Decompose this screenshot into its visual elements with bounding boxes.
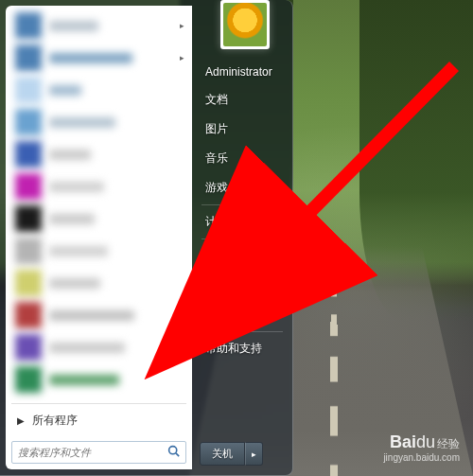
right-item-7[interactable]: 默认程序 bbox=[196, 300, 289, 329]
program-icon bbox=[15, 44, 42, 71]
program-icon bbox=[15, 77, 42, 103]
watermark-logo: Baidu经验 bbox=[383, 432, 460, 452]
program-icon bbox=[15, 12, 42, 39]
shutdown-options-button[interactable]: ▸ bbox=[245, 442, 263, 466]
program-label bbox=[49, 182, 104, 192]
program-label bbox=[49, 375, 119, 385]
start-menu-left-pane: ▸▸ ▶ 所有程序 bbox=[6, 6, 192, 469]
right-item-label: 文档 bbox=[205, 93, 228, 106]
program-item[interactable] bbox=[6, 138, 192, 170]
program-label bbox=[49, 117, 115, 128]
program-list: ▸▸ bbox=[6, 6, 192, 401]
search-input[interactable] bbox=[18, 447, 167, 458]
program-label bbox=[49, 214, 95, 224]
right-item-label: 图片 bbox=[205, 122, 228, 135]
program-label bbox=[49, 246, 108, 256]
program-label bbox=[49, 85, 81, 96]
program-label bbox=[49, 21, 98, 31]
program-label bbox=[49, 343, 125, 353]
arrow-right-icon: ▶ bbox=[17, 415, 25, 426]
right-item-2[interactable]: 音乐 bbox=[196, 144, 289, 173]
program-icon bbox=[15, 238, 42, 264]
program-item[interactable]: ▸ bbox=[6, 42, 192, 74]
shutdown-label: 关机 bbox=[212, 448, 233, 459]
watermark-brand-suffix: 经验 bbox=[437, 437, 460, 450]
program-item[interactable] bbox=[6, 170, 192, 203]
program-item[interactable] bbox=[6, 267, 192, 299]
program-item[interactable] bbox=[6, 106, 192, 138]
right-separator bbox=[201, 238, 283, 239]
right-items: Administrator 文档图片音乐游戏计算机控制面板设备和打印机默认程序帮… bbox=[196, 59, 289, 363]
right-item-3[interactable]: 游戏 bbox=[196, 173, 289, 203]
program-item[interactable] bbox=[6, 74, 192, 106]
all-programs-label: 所有程序 bbox=[32, 413, 78, 429]
program-icon bbox=[15, 270, 42, 296]
right-item-label: 计算机 bbox=[205, 215, 239, 228]
right-item-label: 设备和打印机 bbox=[205, 278, 273, 291]
right-item-user[interactable]: Administrator bbox=[196, 59, 289, 85]
program-item[interactable] bbox=[6, 235, 192, 267]
shutdown-row: 关机 ▸ bbox=[196, 438, 289, 469]
start-menu-right-pane: Administrator 文档图片音乐游戏计算机控制面板设备和打印机默认程序帮… bbox=[192, 0, 292, 475]
watermark-brand-rest: du bbox=[416, 432, 435, 451]
right-item-6[interactable]: 设备和打印机 bbox=[196, 271, 289, 300]
program-icon bbox=[15, 109, 42, 135]
user-name-label: Administrator bbox=[205, 65, 272, 79]
program-label bbox=[49, 278, 100, 289]
all-programs-button[interactable]: ▶ 所有程序 bbox=[6, 406, 192, 435]
right-separator bbox=[201, 204, 283, 205]
right-item-label: 默认程序 bbox=[205, 308, 251, 321]
right-item-label: 音乐 bbox=[205, 151, 228, 165]
program-item[interactable] bbox=[6, 299, 192, 331]
right-item-label: 游戏 bbox=[205, 181, 228, 194]
svg-point-0 bbox=[169, 447, 177, 454]
user-avatar-frame[interactable] bbox=[220, 0, 270, 49]
shutdown-button[interactable]: 关机 bbox=[200, 442, 245, 466]
watermark-url: jingyan.baidu.com bbox=[383, 452, 460, 463]
right-item-label: 帮助和支持 bbox=[205, 342, 262, 355]
chevron-right-icon: ▸ bbox=[252, 450, 256, 459]
program-icon bbox=[15, 173, 42, 200]
svg-line-1 bbox=[176, 453, 179, 456]
program-icon bbox=[15, 366, 42, 393]
separator bbox=[11, 403, 186, 404]
right-item-8[interactable]: 帮助和支持 bbox=[196, 334, 289, 363]
search-icon bbox=[167, 445, 180, 460]
right-item-5[interactable]: 控制面板 bbox=[196, 241, 289, 271]
right-item-label: 控制面板 bbox=[205, 249, 251, 262]
search-wrap bbox=[6, 435, 192, 469]
program-label bbox=[49, 310, 134, 321]
program-icon bbox=[15, 141, 42, 167]
right-item-0[interactable]: 文档 bbox=[196, 85, 289, 115]
program-icon bbox=[15, 205, 42, 232]
program-label bbox=[49, 150, 91, 160]
right-item-4[interactable]: 计算机 bbox=[196, 207, 289, 237]
watermark: Baidu经验 jingyan.baidu.com bbox=[383, 432, 460, 463]
start-menu: ▸▸ ▶ 所有程序 Administrator 文档图片音乐游 bbox=[0, 0, 293, 476]
submenu-arrow-icon: ▸ bbox=[180, 21, 184, 30]
program-icon bbox=[15, 302, 42, 328]
search-box[interactable] bbox=[11, 441, 186, 464]
program-item[interactable] bbox=[6, 363, 192, 396]
program-item[interactable] bbox=[6, 203, 192, 235]
submenu-arrow-icon: ▸ bbox=[180, 53, 184, 62]
right-separator bbox=[201, 331, 283, 332]
program-label bbox=[49, 53, 132, 63]
program-icon bbox=[15, 334, 42, 361]
watermark-brand-bold: Bai bbox=[390, 432, 416, 451]
right-item-1[interactable]: 图片 bbox=[196, 115, 289, 144]
program-item[interactable] bbox=[6, 331, 192, 363]
user-avatar-icon bbox=[223, 3, 267, 46]
program-item[interactable]: ▸ bbox=[6, 9, 192, 42]
